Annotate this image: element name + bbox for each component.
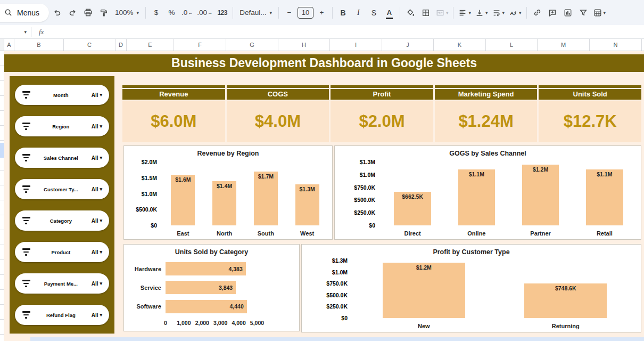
x-axis-labels: EastNorthSouthWest [162, 230, 328, 237]
slicer-value-dropdown[interactable]: All▾ [92, 186, 102, 192]
name-box[interactable]: ▾ [0, 29, 31, 35]
chart-units-sold-by-category[interactable]: Units Sold by CategoryHardware4,383Servi… [123, 244, 300, 331]
toolbar-divider [233, 7, 233, 19]
slicer-value-dropdown[interactable]: All▾ [92, 155, 102, 161]
kpi-title: Revenue [122, 89, 225, 100]
horizontal-align-button[interactable]: ▾ [457, 5, 473, 20]
text-color-button[interactable]: A [382, 5, 397, 20]
kpi-title: Profit [331, 89, 433, 100]
column-header-F[interactable]: F [174, 39, 226, 51]
slicer-value-dropdown[interactable]: All▾ [92, 218, 102, 224]
chart-profit-by-customer-type[interactable]: Profit by Customer Type$1.3M$1.0M$750.0K… [301, 244, 641, 332]
column-header-K[interactable]: K [434, 39, 486, 51]
column-header-G[interactable]: G [226, 39, 278, 51]
kpi-row: Revenue$6.0MCOGS$4.0MProfit$2.0MMarketin… [122, 85, 641, 142]
column-header-I[interactable]: I [330, 39, 382, 51]
vertical-align-button[interactable]: ▾ [474, 5, 490, 20]
slicer-region[interactable]: RegionAll▾ [15, 116, 109, 136]
chart-revenue-by-region[interactable]: Revenue by Region$2.0M$1.5M$1.0M$500.0K$… [123, 145, 333, 240]
fill-bucket-icon [406, 9, 415, 17]
decrease-font-size-button[interactable]: − [282, 5, 296, 20]
select-all-corner[interactable] [0, 39, 4, 51]
strikethrough-button[interactable]: S [367, 5, 381, 20]
filter-icon [22, 123, 30, 130]
increase-font-size-button[interactable]: + [315, 5, 329, 20]
y-axis: $1.3M$1.0M$750.0K$500.0K$250.0K$0 [335, 162, 378, 225]
bar-value-label: 4,383 [228, 266, 242, 272]
undo-button[interactable] [50, 5, 64, 20]
row-headers-strip[interactable] [0, 51, 4, 341]
increase-decimal-button[interactable]: .00→ [195, 5, 214, 20]
italic-button[interactable]: I [351, 5, 366, 20]
column-header-B[interactable]: B [14, 39, 64, 51]
borders-button[interactable] [419, 5, 433, 20]
column-header-H[interactable]: H [278, 39, 330, 51]
text-wrap-icon [492, 9, 501, 17]
chevron-down-icon: ▾ [485, 10, 488, 15]
chart-plot-area: $1.3M$1.0M$750.0K$500.0K$250.0K$0$662.5K… [335, 162, 637, 225]
column-header-A[interactable]: A [4, 39, 14, 51]
formula-input[interactable] [44, 25, 644, 38]
column-header-C[interactable]: C [64, 39, 115, 51]
slicer-value-dropdown[interactable]: All▾ [92, 124, 102, 129]
zoom-select[interactable]: 100% ▾ [112, 5, 142, 20]
merge-cells-button[interactable]: ▾ [434, 5, 450, 20]
column-header-E[interactable]: E [127, 39, 174, 51]
slicer-payment-me[interactable]: Payment Me...All▾ [15, 273, 109, 294]
font-select[interactable]: Defaul... ▾ [236, 5, 275, 20]
chart-gogs-by-sales-channel[interactable]: GOGS by Sales Channel$1.3M$1.0M$750.0K$5… [334, 145, 641, 240]
x-category-label: South [245, 230, 287, 237]
spreadsheet-grid[interactable]: Business Development Dashboard in Google… [0, 51, 644, 341]
table-tools-button[interactable]: ▾ [592, 5, 608, 20]
create-filter-button[interactable] [576, 5, 591, 20]
filter-icon [22, 311, 30, 319]
print-button[interactable] [81, 5, 95, 20]
bold-button[interactable]: B [336, 5, 350, 20]
text-wrap-button[interactable]: ▾ [491, 5, 507, 20]
redo-button[interactable] [65, 5, 80, 20]
slicer-value: All [92, 186, 98, 192]
format-percent-button[interactable]: % [164, 5, 179, 20]
fill-color-button[interactable] [403, 5, 418, 20]
column-header-L[interactable]: L [486, 39, 538, 51]
next-row-highlight [30, 337, 644, 341]
text-rotation-button[interactable]: A▾ [507, 5, 523, 20]
decrease-decimal-button[interactable]: .0← [180, 5, 194, 20]
slicer-value-dropdown[interactable]: All▾ [92, 281, 102, 287]
chart-icon [564, 9, 572, 17]
bar-east: $1.6M [171, 175, 195, 225]
arrow-right-icon: → [208, 10, 212, 15]
bar-value-label: 4,440 [229, 303, 243, 310]
kpi-value: $12.7K [539, 101, 641, 142]
font-size-input[interactable]: 10 [298, 7, 313, 19]
insert-link-button[interactable] [530, 5, 544, 20]
slicer-value-dropdown[interactable]: All▾ [92, 92, 102, 98]
column-header-M[interactable]: M [538, 39, 590, 51]
column-header-J[interactable]: J [382, 39, 434, 51]
format-currency-button[interactable]: $ [149, 5, 163, 20]
chevron-down-icon: ▾ [269, 10, 272, 15]
slicer-sidebar: MonthAll▾RegionAll▾Sales ChannelAll▾Cust… [10, 76, 114, 334]
paint-format-button[interactable] [96, 5, 111, 20]
slicer-category[interactable]: CategoryAll▾ [15, 210, 109, 231]
bars-area: $1.6M$1.4M$1.7M$1.3M [162, 162, 328, 225]
bar-value-label: $1.3M [285, 186, 330, 192]
insert-comment-button[interactable] [546, 5, 560, 20]
x-tick-label: 0 [164, 320, 167, 326]
insert-chart-button[interactable] [561, 5, 575, 20]
menus-button[interactable]: Menus [0, 4, 49, 22]
filter-icon [22, 185, 30, 193]
slicer-customer-ty[interactable]: Customer Ty...All▾ [15, 179, 109, 199]
slicer-month[interactable]: MonthAll▾ [15, 85, 109, 105]
bar-north: $1.4M [212, 181, 236, 225]
slicer-product[interactable]: ProductAll▾ [15, 242, 109, 262]
slicer-refund-flag[interactable]: Refund FlagAll▾ [15, 305, 109, 325]
y-tick-label: $750.0K [326, 280, 348, 287]
slicer-value-dropdown[interactable]: All▾ [92, 249, 102, 255]
column-header-D[interactable]: D [115, 39, 127, 51]
slicer-value-dropdown[interactable]: All▾ [92, 312, 102, 318]
slicer-sales-channel[interactable]: Sales ChannelAll▾ [15, 148, 109, 168]
more-formats-button[interactable]: 123 [215, 5, 229, 20]
align-bottom-icon [475, 9, 484, 17]
column-header-N[interactable]: N [590, 39, 642, 51]
